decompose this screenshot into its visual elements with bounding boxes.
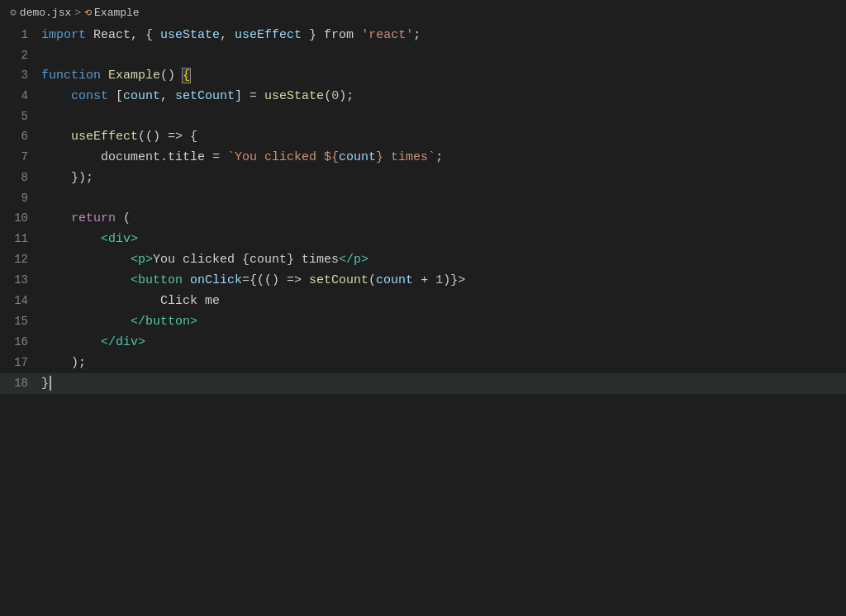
line-content: }); (41, 168, 846, 188)
line-content: return ( (41, 209, 846, 229)
code-line: 11 <div> (0, 229, 846, 249)
line-content: const [count, setCount] = useState(0); (41, 87, 846, 107)
line-content: function Example() { (41, 66, 846, 86)
line-number: 8 (0, 168, 41, 187)
line-content: <div> (41, 230, 846, 249)
line-content: ); (41, 353, 846, 373)
code-line: 13 <button onClick={(() => setCount(coun… (0, 270, 846, 291)
code-line: 12 <p>You clicked {count} times</p> (0, 249, 846, 270)
line-number: 12 (0, 249, 41, 269)
code-line: 3 function Example() { (0, 65, 846, 86)
line-content: import React, { useState, useEffect } fr… (41, 26, 846, 45)
line-content: useEffect(() => { (41, 127, 846, 147)
line-content: <button onClick={(() => setCount(count +… (41, 271, 846, 291)
symbol-icon: ⟲ (84, 7, 92, 18)
line-number: 10 (0, 208, 41, 228)
line-number: 17 (0, 353, 41, 372)
code-line: 2 (0, 45, 846, 65)
line-number: 15 (0, 311, 41, 331)
line-number: 4 (0, 86, 41, 106)
code-editor[interactable]: 1 import React, { useState, useEffect } … (0, 25, 846, 616)
code-line: 9 (0, 188, 846, 208)
breadcrumb-separator: > (74, 7, 81, 19)
code-line: 6 useEffect(() => { (0, 126, 846, 147)
code-line: 18 } (0, 373, 846, 394)
code-line: 5 (0, 107, 846, 126)
code-line: 1 import React, { useState, useEffect } … (0, 25, 846, 45)
line-number: 2 (0, 45, 41, 65)
line-number: 1 (0, 25, 41, 45)
breadcrumb: ⚙ demo.jsx > ⟲ Example (0, 0, 846, 25)
line-number: 6 (0, 126, 41, 146)
line-number: 5 (0, 107, 41, 126)
code-line: 10 return ( (0, 208, 846, 229)
line-content: document.title = `You clicked ${count} t… (41, 148, 846, 168)
line-number: 3 (0, 65, 41, 85)
line-content: } (41, 374, 846, 394)
code-line: 15 </button> (0, 311, 846, 332)
line-number: 11 (0, 229, 41, 249)
line-number: 18 (0, 373, 41, 393)
breadcrumb-filename[interactable]: demo.jsx (20, 7, 71, 19)
line-content: </button> (41, 312, 846, 332)
line-content: Click me (41, 291, 846, 311)
code-line: 7 document.title = `You clicked ${count}… (0, 147, 846, 168)
line-content: </div> (41, 333, 846, 353)
line-number: 7 (0, 147, 41, 167)
breadcrumb-symbol: ⟲ Example (84, 7, 140, 19)
gear-icon: ⚙ (10, 6, 17, 19)
code-line: 8 }); (0, 168, 846, 188)
line-number: 9 (0, 188, 41, 208)
line-number: 13 (0, 270, 41, 290)
code-line: 17 ); (0, 353, 846, 373)
symbol-label: Example (94, 7, 140, 19)
line-number: 14 (0, 291, 41, 310)
code-line: 14 Click me (0, 291, 846, 311)
line-number: 16 (0, 332, 41, 352)
code-line: 4 const [count, setCount] = useState(0); (0, 86, 846, 107)
code-line: 16 </div> (0, 332, 846, 353)
line-content: <p>You clicked {count} times</p> (41, 250, 846, 270)
